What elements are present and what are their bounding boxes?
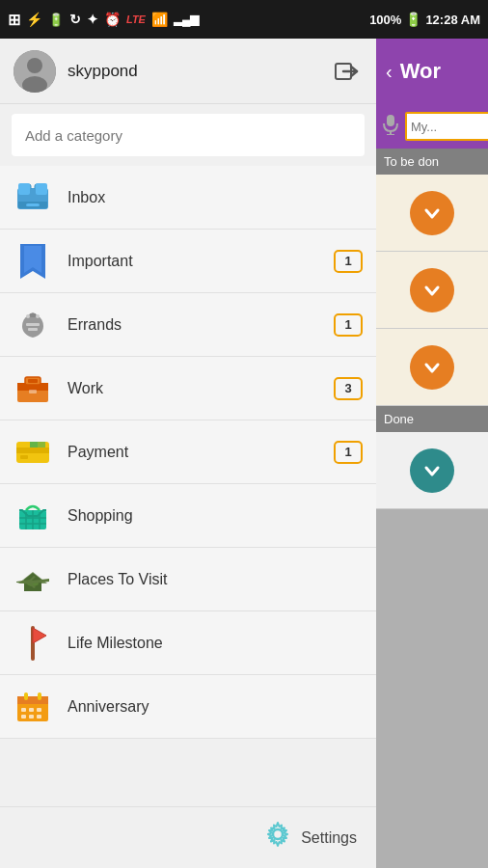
errands-label: Errands	[68, 316, 318, 334]
settings-gear-icon	[264, 821, 291, 854]
status-bar: ⊞ ⚡ 🔋 ↻ ✦ ⏰ LTE 📶 ▂▄▆ 100% 🔋 12:28 AM	[0, 0, 488, 39]
svg-point-20	[36, 314, 40, 318]
important-badge: 1	[334, 250, 363, 273]
expand-button-3[interactable]	[410, 345, 454, 390]
svg-rect-28	[16, 448, 49, 453]
svg-rect-21	[30, 313, 36, 317]
milestone-icon	[14, 624, 52, 663]
svg-rect-26	[29, 390, 37, 393]
usb-icon: ⚡	[26, 12, 42, 27]
work-badge: 3	[334, 377, 363, 400]
svg-rect-17	[28, 328, 38, 331]
anniversary-icon	[14, 688, 52, 726]
sidebar-item-important[interactable]: Important 1	[0, 230, 376, 293]
lte-icon: LTE	[126, 14, 146, 25]
inbox-label: Inbox	[68, 189, 363, 206]
expand-button-2[interactable]	[410, 268, 454, 312]
svg-rect-25	[28, 379, 38, 383]
to-be-done-header: To be don	[376, 149, 488, 175]
shopping-icon	[14, 497, 52, 535]
svg-rect-12	[26, 203, 40, 206]
svg-rect-45	[21, 708, 26, 712]
logout-button[interactable]	[332, 56, 363, 87]
errands-badge: 1	[334, 313, 363, 337]
svg-rect-52	[38, 692, 41, 700]
left-panel: skyppond	[0, 39, 376, 868]
battery-percent: 100%	[369, 13, 401, 27]
sidebar-item-places[interactable]: Places To Visit	[0, 548, 376, 611]
svg-rect-44	[17, 696, 48, 704]
svg-rect-30	[30, 442, 38, 448]
user-header: skyppond	[0, 39, 376, 104]
time: 12:28 AM	[425, 13, 480, 27]
wifi-icon: 📶	[151, 12, 168, 27]
svg-rect-31	[38, 442, 45, 448]
refresh-icon: ↻	[69, 12, 81, 27]
svg-rect-48	[21, 715, 26, 719]
sidebar-item-milestone[interactable]: Life Milestone	[0, 611, 376, 675]
expand-button-done-1[interactable]	[410, 448, 454, 493]
svg-rect-13	[18, 183, 30, 195]
payment-badge: 1	[334, 441, 363, 464]
shopping-label: Shopping	[68, 507, 363, 525]
svg-rect-46	[29, 708, 34, 712]
right-content: To be don	[376, 149, 488, 868]
settings-label[interactable]: Settings	[301, 829, 357, 847]
sidebar-item-errands[interactable]: Errands 1	[0, 293, 376, 357]
signal-icon: ▂▄▆	[174, 13, 200, 26]
sidebar-item-anniversary[interactable]: Anniversary	[0, 675, 376, 739]
svg-rect-54	[387, 115, 394, 126]
svg-point-19	[26, 314, 30, 318]
right-search-input[interactable]	[405, 112, 488, 141]
sidebar-item-shopping[interactable]: Shopping	[0, 484, 376, 548]
sidebar-item-work[interactable]: Work 3	[0, 357, 376, 420]
settings-footer: Settings	[0, 806, 376, 868]
svg-rect-29	[20, 455, 28, 459]
battery-icon: 🔋	[48, 13, 64, 27]
sidebar-item-inbox[interactable]: Inbox	[0, 166, 376, 230]
svg-rect-49	[29, 715, 34, 719]
task-card-2[interactable]	[376, 252, 488, 329]
anniversary-label: Anniversary	[68, 698, 363, 716]
important-label: Important	[68, 253, 318, 270]
right-search-bar	[376, 104, 488, 149]
battery-full-icon: 🔋	[405, 12, 421, 27]
payment-label: Payment	[68, 444, 318, 461]
right-header: ‹ Wor	[376, 39, 488, 104]
task-card-3[interactable]	[376, 329, 488, 406]
avatar	[14, 50, 56, 93]
work-label: Work	[68, 380, 318, 397]
inbox-icon	[14, 178, 52, 217]
svg-rect-14	[36, 183, 47, 195]
svg-marker-40	[33, 628, 46, 643]
payment-icon	[14, 433, 52, 472]
milestone-label: Life Milestone	[68, 635, 363, 652]
status-bar-right: 100% 🔋 12:28 AM	[369, 12, 480, 27]
task-card-1[interactable]	[376, 175, 488, 252]
right-panel: ‹ Wor To be don	[376, 39, 488, 868]
status-bar-left: ⊞ ⚡ 🔋 ↻ ✦ ⏰ LTE 📶 ▂▄▆	[8, 11, 199, 29]
svg-rect-18	[26, 323, 40, 326]
svg-rect-50	[37, 715, 41, 719]
bluetooth-icon: ✦	[87, 12, 98, 27]
menu-list: Inbox Important 1	[0, 166, 376, 806]
svg-rect-47	[37, 708, 41, 712]
svg-point-53	[273, 829, 283, 839]
add-category-container	[0, 104, 376, 166]
task-card-done-1[interactable]	[376, 432, 488, 509]
right-panel-title: Wor	[400, 59, 441, 84]
svg-point-1	[27, 58, 42, 73]
add-category-input[interactable]	[12, 114, 365, 156]
expand-button-1[interactable]	[410, 191, 454, 235]
svg-rect-51	[24, 692, 28, 700]
add-icon: ⊞	[8, 11, 20, 29]
errands-icon	[14, 306, 52, 344]
important-icon	[14, 242, 52, 281]
username: skyppond	[68, 62, 320, 81]
places-icon	[14, 560, 52, 599]
main-layout: skyppond	[0, 39, 488, 868]
done-header: Done	[376, 406, 488, 432]
mic-icon[interactable]	[382, 114, 399, 140]
back-button[interactable]: ‹	[382, 57, 396, 87]
sidebar-item-payment[interactable]: Payment 1	[0, 420, 376, 484]
